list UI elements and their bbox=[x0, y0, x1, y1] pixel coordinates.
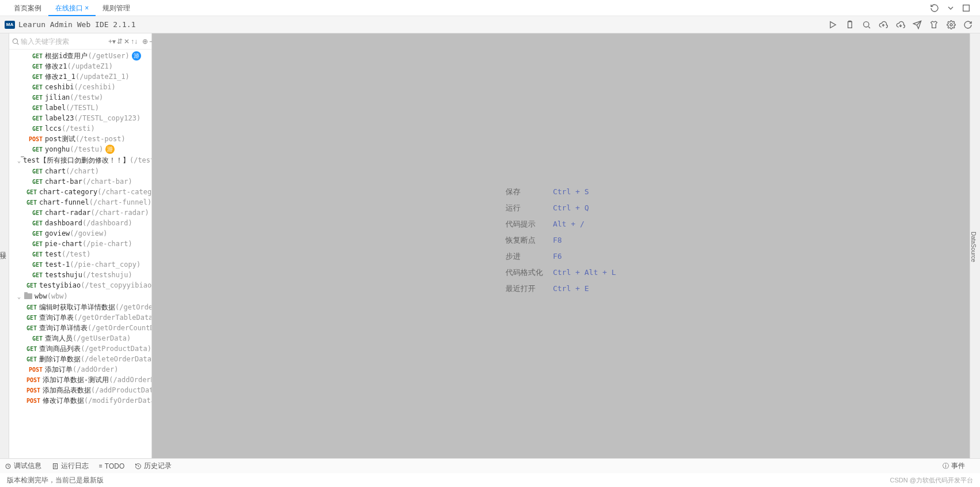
tree-item[interactable]: GET查询订单表(/getOrderTableData) bbox=[9, 312, 151, 323]
tree-folder[interactable]: ⌄wbw (wbw) bbox=[9, 290, 151, 302]
top-right-icons bbox=[928, 1, 973, 15]
bb-debug[interactable]: 调试信息 bbox=[5, 461, 41, 471]
bb-event[interactable]: ⓘ事件 bbox=[943, 461, 965, 471]
tree-item[interactable]: GETchart-category(/chart-category) bbox=[9, 187, 151, 197]
bb-todo[interactable]: ≡TODO bbox=[99, 462, 124, 470]
shortcut-key: Alt + / bbox=[553, 220, 584, 228]
gear-icon[interactable] bbox=[944, 17, 959, 32]
tree-item[interactable]: GETchart-funnel(/chart-funnel) bbox=[9, 197, 151, 207]
tree-item[interactable]: GETtestyibiao(/test_copyyibiao) bbox=[9, 280, 151, 290]
cloud-up-icon[interactable] bbox=[876, 17, 891, 32]
tree-item[interactable]: POST添加订单数据-测试用(/addOrderData) bbox=[9, 375, 151, 385]
api-name: testyibiao bbox=[39, 281, 81, 289]
tshirt-icon[interactable] bbox=[926, 17, 941, 32]
folder-path: (wbw) bbox=[47, 292, 68, 300]
tree-item[interactable]: GET根据id查用户(/getUser)游 bbox=[9, 51, 151, 61]
left-rail[interactable]: 接口 函数 fn bbox=[0, 33, 9, 458]
api-name: test-1 bbox=[45, 261, 70, 269]
api-name: 查询商品列表 bbox=[39, 344, 81, 354]
tree-item[interactable]: GETchart-bar(/chart-bar) bbox=[9, 176, 151, 187]
tree-item[interactable]: POST添加商品表数据(/addProductData) bbox=[9, 385, 151, 395]
api-path: (/getOrderTableData) bbox=[74, 314, 151, 322]
api-path: (/getOrderCountData) bbox=[88, 324, 151, 332]
bb-log[interactable]: 运行日志 bbox=[52, 461, 89, 471]
api-path: (/chart-radar) bbox=[90, 209, 149, 217]
tree-item[interactable]: GET修改z1_1(/updateZ1_1) bbox=[9, 71, 151, 82]
tree-item[interactable]: GETlabel23(/TESTL_copy123) bbox=[9, 113, 151, 123]
tree-item[interactable]: GET修改z1(/updateZ1) bbox=[9, 61, 151, 71]
tree-item[interactable]: GETtest(/test) bbox=[9, 249, 151, 259]
api-path: (/updateZ1) bbox=[67, 62, 112, 70]
title-actions bbox=[825, 17, 975, 32]
clipboard-icon[interactable] bbox=[842, 17, 857, 32]
api-path: (/goview) bbox=[70, 229, 107, 237]
api-path: (/test-post) bbox=[75, 135, 126, 143]
http-method: GET bbox=[26, 63, 43, 70]
send-icon[interactable] bbox=[910, 17, 925, 32]
api-name: 添加商品表数据 bbox=[43, 386, 91, 395]
expand-icon[interactable]: ⇵ bbox=[117, 36, 123, 47]
refresh-icon[interactable] bbox=[928, 1, 941, 15]
tree-item[interactable]: GET查询商品列表(/getProductData) bbox=[9, 343, 151, 354]
right-rail-datasource[interactable]: DataSource bbox=[970, 33, 980, 458]
http-method: GET bbox=[26, 179, 43, 185]
tree-item[interactable]: GET查询订单详情表(/getOrderCountData) bbox=[9, 323, 151, 333]
tree-item[interactable]: GETtestshuju(/testshuju) bbox=[9, 270, 151, 280]
api-name: pie-chart bbox=[45, 240, 82, 248]
api-path: (/test_copyyibiao) bbox=[81, 281, 151, 289]
add-icon[interactable]: +▾ bbox=[108, 36, 116, 47]
api-tree[interactable]: GET根据id查用户(/getUser)游GET修改z1(/updateZ1)G… bbox=[9, 50, 151, 458]
tree-item[interactable]: POSTpost测试(/test-post) bbox=[9, 134, 151, 144]
api-name: label23 bbox=[45, 114, 74, 122]
sort-icon[interactable]: ↑↓ bbox=[131, 36, 138, 47]
search2-icon[interactable] bbox=[859, 17, 874, 32]
http-method: GET bbox=[26, 199, 37, 206]
cloud-down-icon[interactable] bbox=[893, 17, 908, 32]
http-method: POST bbox=[26, 367, 43, 373]
api-path: (/getProductData) bbox=[81, 345, 151, 353]
fullscreen-icon[interactable] bbox=[959, 1, 973, 15]
tree-item[interactable]: GETdashboard(/dashboard) bbox=[9, 218, 151, 228]
api-name: 修改z1 bbox=[45, 62, 67, 71]
api-path: (/pie-chart_copy) bbox=[70, 261, 140, 269]
tree-item[interactable]: GET查询人员(/getUserData) bbox=[9, 333, 151, 343]
tree-item[interactable]: GETchart-radar(/chart-radar) bbox=[9, 207, 151, 218]
tree-item[interactable]: POST修改订单数据(/modifyOrderData) bbox=[9, 395, 151, 406]
tree-item[interactable]: GETjilian(/testw) bbox=[9, 92, 151, 103]
shortcuts-hint: 保存Ctrl + S运行Ctrl + Q代码提示Alt + /恢复断点F8步进F… bbox=[506, 184, 616, 297]
http-method: GET bbox=[26, 53, 43, 59]
tree-item[interactable]: GET编辑时获取订单详情数据(/getOrderProd bbox=[9, 302, 151, 312]
badge: 游 bbox=[105, 145, 115, 154]
tab-home[interactable]: 首页案例 bbox=[7, 0, 48, 16]
tree-item[interactable]: GETyonghu(/testu)游 bbox=[9, 144, 151, 154]
tree-item[interactable]: GETceshibi(/ceshibi) bbox=[9, 82, 151, 92]
shortcut-key: F6 bbox=[553, 252, 562, 261]
tab-rules[interactable]: 规则管理 bbox=[96, 0, 137, 16]
http-method: GET bbox=[26, 74, 43, 80]
tree-item[interactable]: GETlccs(/testi) bbox=[9, 123, 151, 134]
tree-item[interactable]: GETpie-chart(/pie-chart) bbox=[9, 239, 151, 249]
tree-folder[interactable]: ⌄test【所有接口勿删勿修改！！】 (/test) bbox=[9, 154, 151, 166]
close-icon[interactable]: ✕ bbox=[124, 36, 130, 47]
reload-icon[interactable] bbox=[960, 17, 975, 32]
tree-item[interactable]: GETtest-1(/pie-chart_copy) bbox=[9, 259, 151, 270]
target-icon[interactable]: ⊕ bbox=[142, 36, 148, 47]
run-icon[interactable] bbox=[825, 17, 840, 32]
shortcut-label: 恢复断点 bbox=[506, 235, 546, 246]
tree-item[interactable]: GETgoview(/goview) bbox=[9, 228, 151, 239]
bb-history[interactable]: 历史记录 bbox=[135, 461, 172, 471]
shortcut-label: 最近打开 bbox=[506, 284, 546, 294]
tree-item[interactable]: GETchart(/chart) bbox=[9, 166, 151, 176]
api-path: (/testu) bbox=[70, 145, 103, 153]
tree-item[interactable]: GETlabel(/TESTL) bbox=[9, 103, 151, 113]
tree-item[interactable]: GET删除订单数据(/deleteOrderData) bbox=[9, 354, 151, 364]
api-path: (/addProductData) bbox=[91, 386, 151, 394]
tree-item[interactable]: POST添加订单(/addOrder) bbox=[9, 364, 151, 375]
tab-online-api[interactable]: 在线接口 × bbox=[48, 0, 96, 16]
left-rail-api[interactable]: 接口 bbox=[0, 246, 9, 248]
chevron-down-icon[interactable] bbox=[944, 1, 958, 15]
api-path: (/chart) bbox=[66, 167, 99, 175]
title-bar: MA Learun Admin Web IDE 2.1.1 bbox=[0, 16, 980, 33]
api-name: chart-funnel bbox=[39, 198, 89, 206]
search-input[interactable] bbox=[21, 35, 107, 48]
